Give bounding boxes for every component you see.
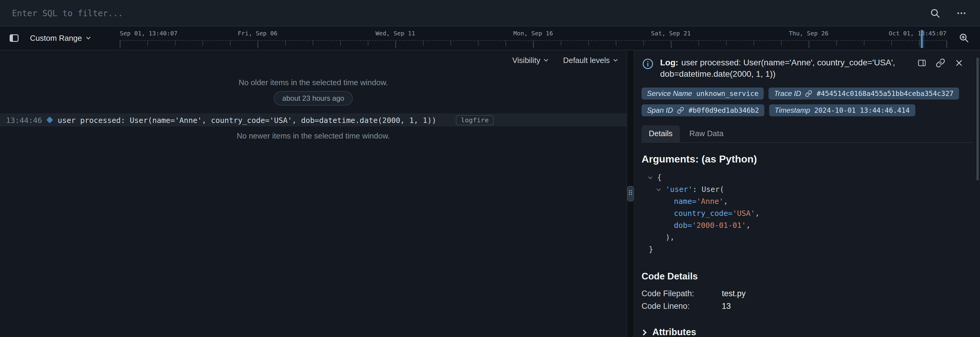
- code-detail-label: Code Filepath:: [641, 289, 722, 298]
- timeline-tick: [340, 41, 341, 46]
- logs-panel: Visibility Default levels No older items…: [0, 50, 627, 337]
- chevron-right-icon: [641, 329, 647, 335]
- metadata-badge[interactable]: Span ID #b0f0d9ed1ab346b2: [641, 104, 764, 116]
- timeline-tick: [616, 41, 616, 46]
- detail-type-label: Log:: [660, 57, 678, 67]
- timeline-tick: [478, 41, 479, 46]
- sidebar-toggle-icon[interactable]: [6, 30, 22, 46]
- timeline-tick: [864, 41, 864, 46]
- chevron-down-icon: [86, 35, 90, 39]
- timeline-selection[interactable]: [920, 30, 924, 48]
- timeline-tick: [561, 41, 561, 46]
- arguments-code-tree: {'user': User(name='Anne',country_code='…: [641, 171, 973, 256]
- expander-icon[interactable]: [657, 188, 665, 191]
- metadata-badge[interactable]: Timestamp 2024-10-01 13:44:46.414: [769, 104, 915, 116]
- panel-resize-gutter[interactable]: [627, 50, 634, 337]
- detail-tabs: DetailsRaw Data: [641, 125, 973, 143]
- detail-body: Arguments: (as Python) {'user': User(nam…: [641, 143, 973, 337]
- detail-title-text: user processed: User(name='Anne', countr…: [660, 57, 895, 78]
- badge-value: unknown_service: [696, 89, 759, 98]
- log-level-icon: [46, 117, 53, 123]
- log-row[interactable]: 13:44:46 user processed: User(name='Anne…: [0, 113, 627, 126]
- timeline-tick: [836, 41, 837, 46]
- timeline[interactable]: Sep 01, 13:40:07Fri, Sep 06Wed, Sep 11Mo…: [120, 26, 947, 50]
- sql-filter-input[interactable]: [11, 8, 916, 18]
- code-line: ),: [641, 232, 973, 243]
- no-older-message: No older items in the selected time wind…: [0, 78, 627, 87]
- timeline-tick: [698, 41, 699, 46]
- zoom-in-icon[interactable]: [956, 30, 972, 46]
- detail-panel: Log:user processed: User(name='Anne', co…: [634, 50, 980, 337]
- drag-handle-icon[interactable]: [627, 186, 634, 201]
- timeline-tick: [781, 41, 782, 46]
- detail-title: Log:user processed: User(name='Anne', co…: [660, 57, 910, 80]
- timeline-tick: [147, 41, 148, 46]
- code-line: country_code='USA',: [641, 208, 973, 219]
- default-levels-dropdown[interactable]: Default levels: [563, 56, 617, 65]
- code-line: 'user': User(: [641, 184, 973, 195]
- timeline-tick-label: Wed, Sep 11: [375, 30, 415, 37]
- timeline-tick-label: Sep 01, 13:40:07: [120, 30, 178, 37]
- timeline-tick: [588, 41, 589, 46]
- default-levels-label: Default levels: [563, 56, 610, 65]
- custom-range-button[interactable]: Custom Range: [26, 34, 93, 43]
- timeline-tick: [506, 41, 506, 46]
- link-icon: [677, 107, 684, 114]
- time-ago-pill[interactable]: about 23 hours ago: [274, 91, 353, 105]
- detail-header: Log:user processed: User(name='Anne', co…: [641, 57, 973, 80]
- close-icon[interactable]: [954, 57, 964, 69]
- code-details-table: Code Filepath:test.pyCode Lineno:13: [641, 287, 973, 312]
- timeline-tick: [313, 41, 313, 46]
- timeline-tick: [947, 41, 947, 48]
- code-details-heading: Code Details: [641, 271, 973, 282]
- timeline-tick: [891, 41, 892, 46]
- attributes-section-toggle[interactable]: Attributes: [641, 327, 973, 337]
- timeline-tick: [175, 41, 175, 46]
- timeline-tick-strip: [120, 40, 947, 48]
- metadata-badge[interactable]: Service Name unknown_service: [641, 88, 764, 99]
- log-tag[interactable]: logfire: [456, 115, 493, 125]
- timeline-tick: [533, 41, 534, 48]
- visibility-label: Visibility: [512, 56, 540, 65]
- timeline-tick-label: Oct 01, 13:45:07: [889, 30, 947, 37]
- arguments-heading: Arguments: (as Python): [641, 153, 973, 166]
- code-line: }: [641, 243, 973, 256]
- logs-controls: Visibility Default levels: [0, 50, 627, 67]
- tab-details[interactable]: Details: [641, 125, 680, 142]
- expander-icon[interactable]: [649, 176, 657, 179]
- timeline-tick: [395, 41, 396, 48]
- timeline-tick-label: Sat, Sep 21: [651, 30, 690, 37]
- open-panel-icon[interactable]: [916, 57, 927, 69]
- visibility-dropdown[interactable]: Visibility: [512, 56, 547, 65]
- main-area: Visibility Default levels No older items…: [0, 50, 980, 337]
- badge-value: #b0f0d9ed1ab346b2: [689, 106, 759, 115]
- arguments-qualifier: (as Python): [702, 153, 757, 165]
- timeline-tick: [671, 41, 671, 48]
- code-detail-label: Code Lineno:: [641, 302, 722, 311]
- metadata-badges: Service Name unknown_service Trace ID #4…: [641, 88, 973, 116]
- log-message: user processed: User(name='Anne', countr…: [57, 115, 436, 125]
- ellipsis-menu-icon[interactable]: [954, 5, 969, 21]
- timeline-tick: [258, 41, 258, 48]
- custom-range-label: Custom Range: [30, 34, 82, 43]
- no-newer-message: No newer items in the selected time wind…: [0, 131, 627, 140]
- code-detail-row: Code Lineno:13: [641, 300, 973, 312]
- metadata-badge[interactable]: Trace ID #454514c0168a455a51bb4ceba354c3…: [768, 88, 959, 99]
- timeline-tick-label: Fri, Sep 06: [238, 30, 277, 37]
- tab-raw-data[interactable]: Raw Data: [682, 125, 731, 142]
- search-icon[interactable]: [927, 5, 943, 21]
- code-detail-row: Code Filepath:test.py: [641, 287, 973, 300]
- timeline-tick: [423, 41, 423, 46]
- timeline-tick-label: Thu, Sep 26: [789, 30, 829, 37]
- timeline-tick: [230, 41, 231, 46]
- badge-value: #454514c0168a455a51bb4ceba354c327: [817, 89, 954, 98]
- copy-link-icon[interactable]: [935, 57, 946, 69]
- badge-label: Span ID: [647, 106, 673, 115]
- chevron-down-icon: [544, 57, 548, 61]
- timeline-tick: [120, 41, 120, 48]
- timeline-tick: [368, 41, 368, 46]
- link-icon: [805, 90, 813, 97]
- scrollbar-thumb[interactable]: [977, 57, 979, 180]
- timeline-tick: [809, 41, 809, 48]
- topbar: [0, 0, 980, 26]
